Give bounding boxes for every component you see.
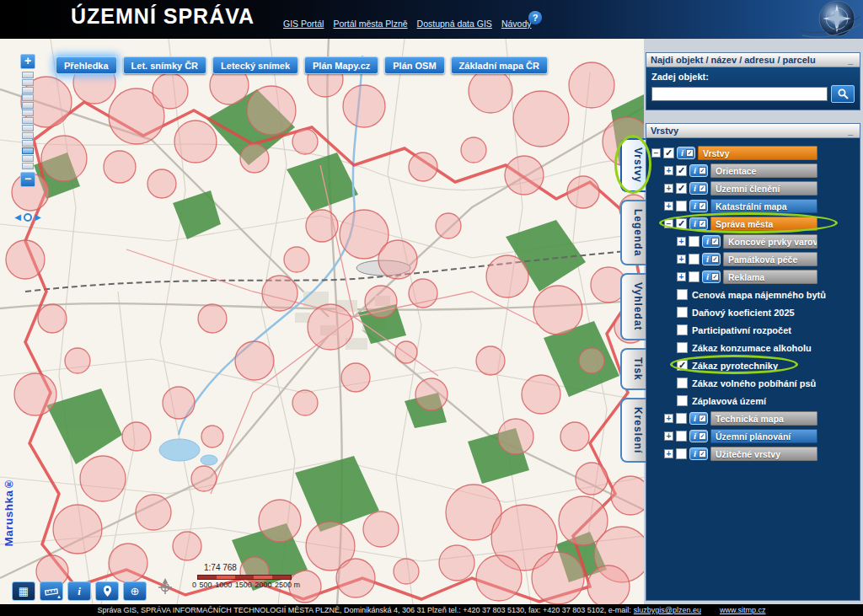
expand-icon[interactable]: + [677, 237, 686, 246]
layer-label-uzemni-cleneni[interactable]: Územní členění [710, 181, 817, 196]
basemap-button-plan-mapy-cz[interactable]: Plán Mapy.cz [304, 56, 378, 74]
zoom-slider-handle[interactable] [22, 147, 34, 154]
info-button[interactable]: i [67, 581, 91, 601]
layer-label-uzitecne-vrstvy[interactable]: Užitečné vrstvy [710, 447, 817, 461]
layer-label-koncove-prvky-varovani[interactable]: Koncové prvky varování [723, 234, 817, 249]
layer-checkbox-zaplavova-uzemi[interactable] [677, 395, 688, 406]
locate-button[interactable] [95, 581, 119, 601]
layer-checkbox-uzemni-cleneni[interactable]: ✓ [676, 183, 687, 194]
layer-checkbox-uzemni-planovani[interactable] [676, 431, 687, 442]
header-link-portal-mesta-plzne[interactable]: Portál města Plzně [333, 19, 407, 29]
basemap-button-prehledka[interactable]: Přehledka [56, 56, 117, 74]
expand-icon[interactable]: + [664, 184, 673, 193]
expand-icon[interactable]: + [664, 201, 673, 211]
header-link-dostupna-data-gis[interactable]: Dostupná data GIS [417, 19, 492, 29]
zoom-out-button[interactable]: − [20, 172, 35, 187]
layer-info-icon[interactable]: i✓ [702, 271, 721, 283]
layer-info-icon[interactable]: i✓ [677, 147, 695, 159]
layer-checkbox-sprava-mesta[interactable]: ✓ [676, 218, 687, 229]
layer-info-icon[interactable]: i✓ [702, 235, 721, 248]
zoom-slider-step[interactable] [22, 125, 34, 131]
zoom-slider[interactable] [22, 72, 34, 169]
layer-checkbox-cenova-mapa-najemneho-bytu[interactable] [677, 289, 688, 300]
zoom-slider-step[interactable] [22, 72, 34, 78]
zoom-slider-step[interactable] [22, 110, 34, 116]
zoom-slider-step[interactable] [22, 102, 34, 109]
zoom-slider-step[interactable] [22, 132, 34, 139]
layer-checkbox-zakaz-konzumace-alkoholu[interactable] [677, 342, 688, 353]
layer-checkbox-orientace[interactable]: ✓ [676, 165, 687, 176]
layer-checkbox-pamatkova-pece[interactable] [689, 254, 700, 265]
minimize-icon[interactable]: _ [845, 55, 855, 65]
layer-checkbox-koncove-prvky-varovani[interactable] [689, 236, 700, 247]
zoom-slider-step[interactable] [22, 94, 34, 101]
layer-checkbox-participativni-rozpocet[interactable] [677, 324, 688, 335]
layer-label-participativni-rozpocet[interactable]: Participativní rozpočet [690, 325, 791, 335]
expand-icon[interactable]: + [677, 254, 686, 264]
layer-label-orientace[interactable]: Orientace [710, 163, 817, 178]
gps-button[interactable]: ⊕ [123, 581, 147, 601]
expand-icon[interactable]: + [664, 449, 673, 458]
layer-label-cenova-mapa-najemneho-bytu[interactable]: Cenová mapa nájemného bytů [690, 290, 826, 300]
layer-checkbox-danovy-koeficient-2025[interactable] [677, 307, 688, 318]
help-icon[interactable]: ? [528, 11, 542, 24]
layer-info-icon[interactable]: i✓ [689, 182, 708, 195]
zoom-slider-step[interactable] [22, 163, 34, 169]
tab-kresleni[interactable]: Kreslení [620, 398, 646, 463]
footer-website-link[interactable]: www.sitmp.cz [720, 606, 766, 614]
footer-email-link[interactable]: sluzbygis@plzen.eu [634, 606, 701, 614]
expand-icon[interactable]: + [664, 414, 673, 423]
layer-label-vrstvy[interactable]: Vrstvy [698, 146, 817, 160]
layer-info-icon[interactable]: i✓ [689, 447, 708, 460]
layer-label-pamatkova-pece[interactable]: Památková péče [723, 252, 817, 266]
layer-checkbox-uzitecne-vrstvy[interactable] [676, 448, 687, 459]
extent-home-icon[interactable] [24, 213, 32, 222]
layer-label-zakaz-pyrotechniky[interactable]: Zákaz pyrotechniky [690, 361, 778, 371]
layer-label-technicka-mapa[interactable]: Technická mapa [710, 411, 817, 426]
zoom-in-button[interactable]: + [20, 54, 35, 69]
tab-tisk[interactable]: Tisk [620, 348, 646, 390]
tab-vyhledat[interactable]: Vyhledat [620, 273, 646, 340]
expand-icon[interactable]: + [664, 166, 673, 175]
search-button[interactable] [831, 85, 855, 103]
collapse-icon[interactable]: − [664, 219, 673, 228]
layer-checkbox-zakaz-pyrotechniky[interactable]: ✓ [677, 360, 688, 371]
layer-label-danovy-koeficient-2025[interactable]: Daňový koeficient 2025 [690, 308, 795, 318]
collapse-icon[interactable]: − [651, 148, 661, 158]
layer-info-icon[interactable]: i✓ [689, 164, 708, 177]
layer-info-icon[interactable]: i✓ [689, 200, 708, 212]
expand-icon[interactable]: + [677, 272, 686, 281]
basemap-button-zakladni-mapa-cr[interactable]: Základní mapa ČR [451, 56, 548, 74]
tab-vrstvy[interactable]: Vrstvy [620, 138, 646, 192]
overview-button[interactable]: ▦ [12, 581, 35, 601]
layer-checkbox-reklama[interactable] [689, 271, 700, 282]
layer-label-zakaz-volneho-pobihani-psu[interactable]: Zákaz volného pobíhání psů [690, 378, 816, 388]
zoom-slider-step[interactable] [22, 87, 34, 94]
layer-label-zaplavova-uzemi[interactable]: Záplavová území [690, 396, 766, 406]
zoom-slider-step[interactable] [22, 155, 34, 162]
measure-button[interactable]: ▲ [40, 581, 63, 601]
layer-info-icon[interactable]: i✓ [689, 412, 708, 425]
layer-label-reklama[interactable]: Reklama [723, 270, 817, 284]
layer-label-zakaz-konzumace-alkoholu[interactable]: Zákaz konzumace alkoholu [690, 343, 812, 353]
layer-checkbox-vrstvy[interactable]: ✓ [663, 147, 674, 158]
pan-forward-icon[interactable]: ▶ [35, 212, 41, 222]
minimize-icon[interactable]: _ [845, 126, 855, 136]
pan-back-icon[interactable]: ◀ [14, 212, 21, 222]
map-canvas[interactable]: PřehledkaLet. snímky ČRLetecký snímekPlá… [0, 39, 646, 604]
object-search-input[interactable] [651, 87, 828, 101]
basemap-button-let-snimky-cr[interactable]: Let. snímky ČR [123, 56, 206, 74]
layer-label-uzemni-planovani[interactable]: Územní plánování [710, 429, 817, 443]
layer-checkbox-zakaz-volneho-pobihani-psu[interactable] [677, 378, 688, 388]
header-link-gis-portal[interactable]: GIS Portál [283, 19, 324, 29]
layer-info-icon[interactable]: i✓ [702, 253, 721, 265]
zoom-slider-step[interactable] [22, 140, 34, 147]
layer-label-sprava-mesta[interactable]: Správa města [710, 217, 817, 231]
tab-legenda[interactable]: Legenda [620, 200, 646, 265]
layer-checkbox-technicka-mapa[interactable] [676, 413, 687, 424]
basemap-button-letecky-snimek[interactable]: Letecký snímek [212, 56, 298, 74]
zoom-slider-step[interactable] [22, 117, 34, 124]
header-link-navody[interactable]: Návody [501, 19, 532, 29]
layer-label-katastralni-mapa[interactable]: Katastrální mapa [710, 199, 817, 213]
layer-info-icon[interactable]: i✓ [689, 430, 708, 442]
